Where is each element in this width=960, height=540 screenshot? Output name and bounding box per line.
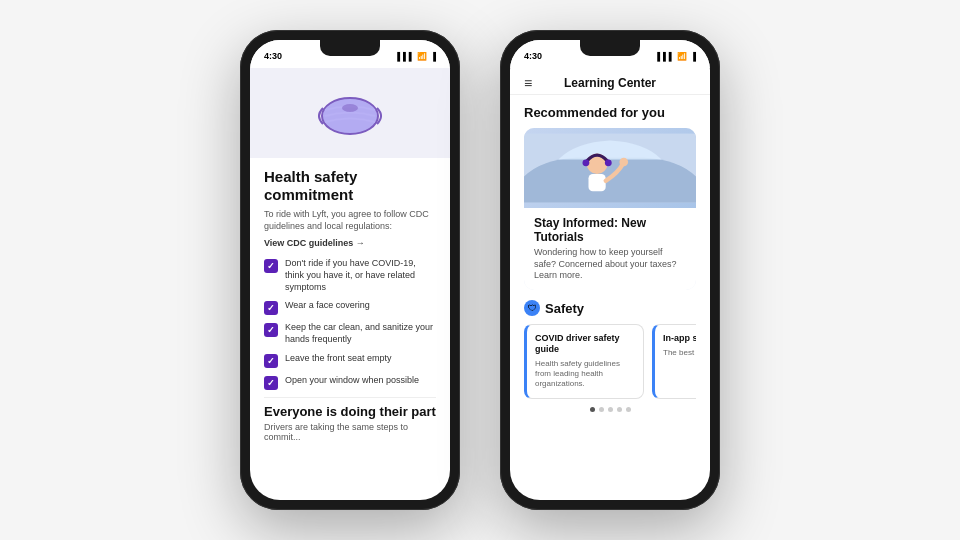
checklist-item-5: Open your window when possible bbox=[264, 375, 436, 390]
recommended-title: Recommended for you bbox=[524, 105, 696, 120]
featured-card-sub: Wondering how to keep yourself safe? Con… bbox=[534, 247, 686, 282]
signal-icon: ▌▌▌ bbox=[397, 52, 414, 61]
shield-icon bbox=[524, 300, 540, 316]
dot-2 bbox=[599, 407, 604, 412]
check-text-1: Don't ride if you have COVID-19, think y… bbox=[285, 258, 436, 293]
svg-point-5 bbox=[582, 159, 589, 166]
cdc-link[interactable]: View CDC guidelines → bbox=[264, 238, 436, 248]
learning-center-body: Recommended for you bbox=[510, 95, 710, 500]
safety-cards-row: COVID driver safety guide Health safety … bbox=[524, 324, 696, 399]
check-text-4: Leave the front seat empty bbox=[285, 353, 392, 365]
svg-rect-7 bbox=[589, 174, 606, 191]
dot-5 bbox=[626, 407, 631, 412]
dot-4 bbox=[617, 407, 622, 412]
svg-point-2 bbox=[342, 104, 358, 112]
checkbox-1 bbox=[264, 259, 278, 273]
mask-illustration bbox=[315, 88, 385, 138]
right-status-icons: ▌▌▌ 📶 ▐ bbox=[657, 52, 696, 61]
checklist-item-3: Keep the car clean, and sanitize your ha… bbox=[264, 322, 436, 345]
carousel-dots bbox=[524, 407, 696, 412]
battery-icon-r: ▐ bbox=[690, 52, 696, 61]
wifi-icon-r: 📶 bbox=[677, 52, 687, 61]
signal-icon-r: ▌▌▌ bbox=[657, 52, 674, 61]
learning-center-header: ≡ Learning Center bbox=[510, 68, 710, 95]
check-text-3: Keep the car clean, and sanitize your ha… bbox=[285, 322, 436, 345]
checkbox-5 bbox=[264, 376, 278, 390]
svg-point-8 bbox=[619, 158, 628, 167]
checkbox-2 bbox=[264, 301, 278, 315]
featured-text-area: Stay Informed: New Tutorials Wondering h… bbox=[524, 208, 696, 290]
safety-card-1-sub: Health safety guidelines from leading he… bbox=[535, 359, 635, 390]
safety-card-1[interactable]: COVID driver safety guide Health safety … bbox=[524, 324, 644, 399]
check-text-2: Wear a face covering bbox=[285, 300, 370, 312]
wifi-icon: 📶 bbox=[417, 52, 427, 61]
right-phone: 4:30 ▌▌▌ 📶 ▐ ≡ Learning Center Recommend… bbox=[500, 30, 720, 510]
dot-3 bbox=[608, 407, 613, 412]
checklist-item-2: Wear a face covering bbox=[264, 300, 436, 315]
cdc-link-text: View CDC guidelines → bbox=[264, 238, 365, 248]
featured-image bbox=[524, 128, 696, 208]
mask-area bbox=[250, 68, 450, 158]
checklist-item-4: Leave the front seat empty bbox=[264, 353, 436, 368]
safety-card-2-title: In-app sa... bbox=[663, 333, 696, 344]
right-time: 4:30 bbox=[524, 51, 542, 61]
featured-card[interactable]: Stay Informed: New Tutorials Wondering h… bbox=[524, 128, 696, 290]
left-time: 4:30 bbox=[264, 51, 282, 61]
driver-svg bbox=[524, 128, 696, 208]
left-status-bar: 4:30 ▌▌▌ 📶 ▐ bbox=[250, 40, 450, 68]
right-status-bar: 4:30 ▌▌▌ 📶 ▐ bbox=[510, 40, 710, 68]
everyone-sub: Drivers are taking the same steps to com… bbox=[264, 422, 436, 442]
divider bbox=[264, 397, 436, 398]
checkbox-4 bbox=[264, 354, 278, 368]
left-status-icons: ▌▌▌ 📶 ▐ bbox=[397, 52, 436, 61]
dot-1 bbox=[590, 407, 595, 412]
safety-card-2-sub: The best any situ... bbox=[663, 348, 696, 358]
safety-title: Safety bbox=[545, 301, 584, 316]
safety-card-2[interactable]: In-app sa... The best any situ... bbox=[652, 324, 696, 399]
health-body: Health safety commitment To ride with Ly… bbox=[250, 158, 450, 500]
learning-center-title: Learning Center bbox=[564, 76, 656, 90]
health-subtitle: To ride with Lyft, you agree to follow C… bbox=[264, 209, 436, 232]
featured-card-title: Stay Informed: New Tutorials bbox=[534, 216, 686, 244]
everyone-title: Everyone is doing their part bbox=[264, 404, 436, 419]
safety-section-header: Safety bbox=[524, 300, 696, 316]
menu-icon[interactable]: ≡ bbox=[524, 75, 532, 91]
left-phone: 4:30 ▌▌▌ 📶 ▐ bbox=[240, 30, 460, 510]
battery-icon: ▐ bbox=[430, 52, 436, 61]
check-text-5: Open your window when possible bbox=[285, 375, 419, 387]
svg-point-6 bbox=[605, 159, 612, 166]
safety-card-1-title: COVID driver safety guide bbox=[535, 333, 635, 355]
checkbox-3 bbox=[264, 323, 278, 337]
health-title: Health safety commitment bbox=[264, 168, 436, 204]
checklist-item-1: Don't ride if you have COVID-19, think y… bbox=[264, 258, 436, 293]
